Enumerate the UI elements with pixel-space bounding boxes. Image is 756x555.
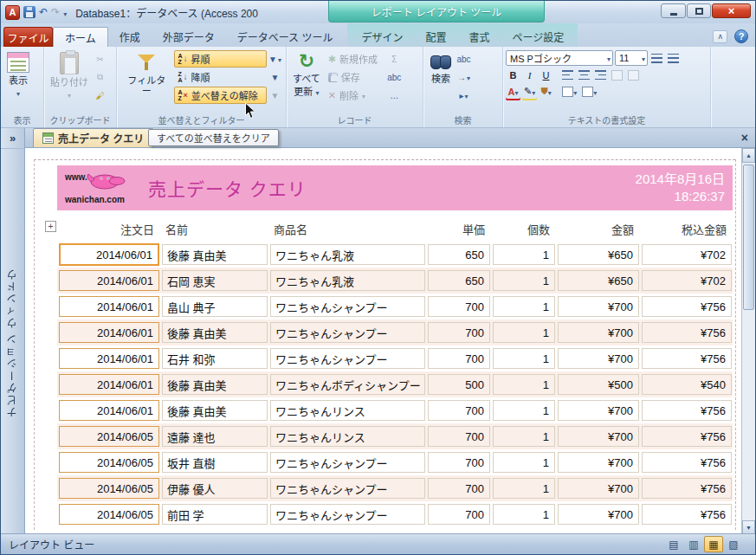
cell-product[interactable]: ワニちゃんシャンプー [270,452,425,473]
cell-amount[interactable]: ¥700 [558,322,639,343]
cell-product[interactable]: ワニちゃんリンス [270,400,425,421]
cell-order-date[interactable]: 2014/06/01 [59,270,159,291]
cell-name[interactable]: 後藤 真由美 [162,374,268,395]
cell-tax-amount[interactable]: ¥756 [642,322,732,343]
cell-order-date[interactable]: 2014/06/01 [59,322,159,343]
cell-tax-amount[interactable]: ¥756 [642,348,732,369]
cell-tax-amount[interactable]: ¥756 [642,426,732,447]
tab-format[interactable]: 書式 [457,27,501,47]
cell-amount[interactable]: ¥700 [558,348,639,369]
cell-quantity[interactable]: 1 [493,244,555,265]
advanced-filter-icon[interactable]: ▼ [267,50,283,68]
undo-icon[interactable]: ↶ [39,7,48,17]
design-view-button[interactable]: ▧ [724,536,743,552]
cell-tax-amount[interactable]: ¥756 [642,478,732,499]
more-records-icon[interactable]: … [386,87,403,104]
cell-quantity[interactable]: 1 [493,348,555,369]
column-header-tax-amount[interactable]: 税込金額 [642,217,732,240]
alt-row-color-icon[interactable] [580,84,598,99]
cell-amount[interactable]: ¥650 [558,244,639,265]
layout-view-button[interactable]: ▦ [704,536,723,552]
cell-product[interactable]: ワニちゃんシャンプー [270,322,425,343]
filter-button[interactable]: フィルター [120,49,174,99]
column-header-order-date[interactable]: 注文日 [59,217,159,240]
tab-file[interactable]: ファイル [3,27,53,47]
select-icon[interactable]: ▸ [456,87,472,104]
layout-selector-icon[interactable]: + [45,221,56,232]
cell-unit-price[interactable]: 700 [428,478,490,499]
cell-product[interactable]: ワニちゃんボディシャンプー [270,374,425,395]
view-button[interactable]: 表示 [3,49,33,102]
cell-order-date[interactable]: 2014/06/05 [59,478,159,499]
document-tab[interactable]: 売上データ クエリ [33,128,153,147]
report-layout-canvas[interactable]: www. wanichan.com 売上データ クエリ 2014年8月16日 1… [25,148,742,535]
cell-unit-price[interactable]: 650 [428,270,490,291]
cell-order-date[interactable]: 2014/06/01 [59,243,159,266]
expand-nav-pane-icon[interactable]: » [1,128,24,149]
tab-external-data[interactable]: 外部データ [152,27,226,47]
cell-product[interactable]: ワニちゃん乳液 [270,270,425,291]
sort-ascending-button[interactable]: AZ↓ 昇順 [174,50,267,68]
report-header[interactable]: www. wanichan.com 売上データ クエリ 2014年8月16日 1… [57,165,733,210]
column-header-quantity[interactable]: 個数 [493,217,555,240]
cell-amount[interactable]: ¥700 [558,400,639,421]
close-button[interactable]: × [712,3,751,18]
cell-order-date[interactable]: 2014/06/01 [59,374,159,395]
font-size-combo[interactable]: 11 [615,50,648,66]
cell-order-date[interactable]: 2014/06/05 [59,426,159,447]
report-title[interactable]: 売上データ クエリ [148,175,307,201]
cell-unit-price[interactable]: 700 [428,504,490,525]
cell-name[interactable]: 遠藤 達也 [162,426,268,447]
align-right-icon[interactable] [593,68,608,82]
help-icon[interactable]: ? [734,29,748,43]
tab-home[interactable]: ホーム [53,27,108,47]
tab-page-setup[interactable]: ページ設定 [501,27,575,47]
cell-unit-price[interactable]: 700 [428,348,490,369]
spelling-icon[interactable]: abc [386,68,403,86]
format-painter-icon[interactable]: 🖌︎ [92,87,108,104]
cell-tax-amount[interactable]: ¥756 [642,296,732,317]
cell-tax-amount[interactable]: ¥756 [642,452,732,473]
cell-unit-price[interactable]: 700 [428,322,490,343]
cell-amount[interactable]: ¥700 [558,504,639,525]
cell-name[interactable]: 後藤 真由美 [162,400,268,421]
cell-tax-amount[interactable]: ¥756 [642,504,732,525]
cell-quantity[interactable]: 1 [493,374,555,395]
access-app-icon[interactable]: A [5,5,20,20]
cell-product[interactable]: ワニちゃんシャンプー [270,478,425,499]
fill-color-icon[interactable]: ⛊︎ [539,84,553,99]
cell-quantity[interactable]: 1 [493,270,555,291]
report-date[interactable]: 2014年8月16日 [636,171,725,188]
sort-descending-button[interactable]: ZA↓ 降順 [174,68,267,86]
cut-icon[interactable]: ✂ [92,50,108,68]
cell-amount[interactable]: ¥650 [558,270,639,291]
bold-button[interactable]: B [506,68,520,82]
align-center-icon[interactable] [577,68,591,82]
cell-amount[interactable]: ¥500 [558,374,639,395]
report-view-button[interactable]: ▤ [664,536,683,552]
print-preview-button[interactable]: ▥ [684,536,703,552]
scrollbar-thumb[interactable] [743,165,754,310]
cell-name[interactable]: 坂井 直樹 [162,452,268,473]
align-left-icon[interactable] [560,68,575,82]
cell-quantity[interactable]: 1 [493,452,555,473]
copy-icon[interactable]: ⧉ [92,68,108,86]
cell-product[interactable]: ワニちゃんリンス [270,426,425,447]
maximize-button[interactable] [687,3,711,18]
italic-button[interactable]: I [522,68,537,82]
cell-name[interactable]: 石井 和弥 [162,348,268,369]
replace-icon[interactable]: abc [456,50,472,68]
cell-tax-amount[interactable]: ¥756 [642,400,732,421]
cell-unit-price[interactable]: 700 [428,426,490,447]
font-name-combo[interactable]: MS Pゴシック [506,50,613,66]
cell-tax-amount[interactable]: ¥702 [642,244,732,265]
tab-arrange[interactable]: 配置 [414,27,457,47]
cell-product[interactable]: ワニちゃんシャンプー [270,348,425,369]
vertical-scrollbar[interactable]: ▲ ▼ [741,148,755,535]
tab-design[interactable]: デザイン [350,27,414,47]
cell-quantity[interactable]: 1 [493,426,555,447]
cell-order-date[interactable]: 2014/06/01 [59,400,159,421]
minimize-ribbon-icon[interactable]: ∧ [713,30,727,43]
numbering-icon[interactable] [649,51,664,66]
cell-product[interactable]: ワニちゃんシャンプー [270,504,425,525]
